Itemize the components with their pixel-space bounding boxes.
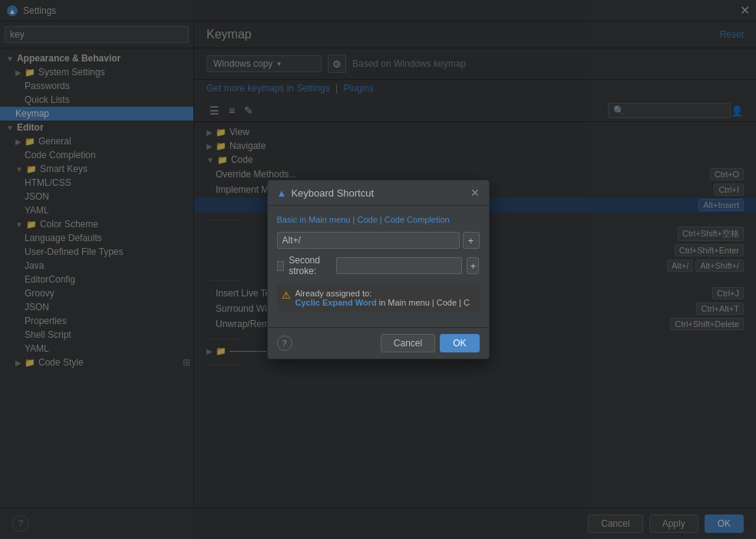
dialog-help-button[interactable]: ? bbox=[277, 336, 292, 351]
dialog-breadcrumb: Basic in Main menu | Code | Code Complet… bbox=[277, 215, 480, 224]
dialog-cancel-button[interactable]: Cancel bbox=[381, 334, 435, 352]
dialog-app-icon: ▲ bbox=[277, 187, 287, 199]
dialog-close-button[interactable]: ✕ bbox=[470, 187, 480, 199]
shortcut-input[interactable] bbox=[277, 232, 460, 249]
warning-text: Already assigned to: Cyclic Expand Word … bbox=[295, 289, 470, 307]
conflict-action-link[interactable]: Cyclic Expand Word bbox=[295, 298, 377, 307]
dialog-overlay: ▲ Keyboard Shortcut ✕ Basic in Main menu… bbox=[0, 0, 756, 539]
second-stroke-input[interactable] bbox=[336, 257, 462, 274]
dialog-footer: ? Cancel OK bbox=[268, 327, 489, 359]
second-stroke-checkbox[interactable] bbox=[277, 261, 285, 271]
second-stroke-row: Second stroke: + bbox=[277, 255, 480, 276]
shortcut-row: + bbox=[277, 232, 480, 249]
dialog-titlebar: ▲ Keyboard Shortcut ✕ bbox=[268, 180, 489, 206]
add-shortcut-button[interactable]: + bbox=[463, 232, 480, 249]
dialog-title: Keyboard Shortcut bbox=[291, 187, 470, 199]
keyboard-shortcut-dialog: ▲ Keyboard Shortcut ✕ Basic in Main menu… bbox=[267, 180, 490, 359]
warning-icon: ⚠ bbox=[282, 289, 291, 301]
warning-row: ⚠ Already assigned to: Cyclic Expand Wor… bbox=[277, 284, 480, 312]
dialog-ok-button[interactable]: OK bbox=[440, 334, 479, 352]
second-stroke-label: Second stroke: bbox=[289, 255, 332, 276]
add-second-stroke-button[interactable]: + bbox=[467, 257, 479, 274]
dialog-body: Basic in Main menu | Code | Code Complet… bbox=[268, 206, 489, 327]
